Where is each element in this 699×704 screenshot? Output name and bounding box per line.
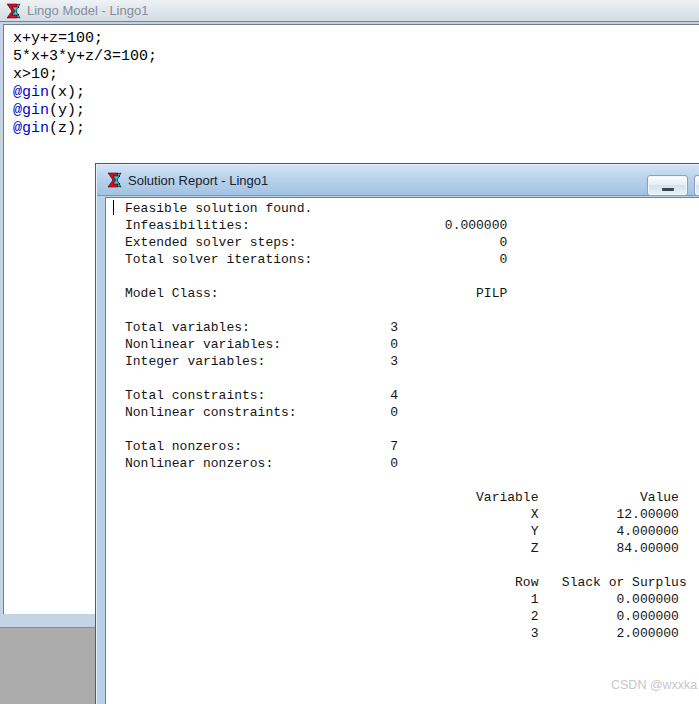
lingo-keyword: @gin (13, 102, 49, 119)
lingo-keyword: @gin (13, 84, 49, 101)
report-content[interactable]: Feasible solution found. Infeasibilities… (105, 197, 699, 704)
report-window-titlebar[interactable]: Solution Report - Lingo1 (97, 165, 699, 196)
code-line: @gin(x); (13, 84, 699, 102)
minimize-button[interactable] (647, 175, 688, 196)
code-line: @gin(z); (13, 120, 699, 138)
minimize-icon (662, 188, 674, 191)
report-window-title: Solution Report - Lingo1 (128, 173, 268, 188)
solution-report-text: Feasible solution found. Infeasibilities… (106, 198, 699, 642)
lingo-keyword: @gin (13, 120, 49, 137)
code-line: x>10; (13, 66, 699, 84)
maximize-button[interactable] (694, 175, 699, 196)
text-caret (113, 200, 114, 215)
report-window: Solution Report - Lingo1 Feasible soluti… (95, 163, 699, 704)
code-line: x+y+z=100; (13, 30, 699, 48)
code-line: 5*x+3*y+z/3=100; (13, 48, 699, 66)
lingo-logo-icon (106, 172, 122, 188)
model-window-title: Lingo Model - Lingo1 (27, 3, 148, 18)
model-window-titlebar[interactable]: Lingo Model - Lingo1 (0, 0, 699, 22)
watermark: CSDN @wxxka (611, 678, 697, 692)
lingo-logo-icon (5, 3, 21, 19)
code-line: @gin(y); (13, 102, 699, 120)
